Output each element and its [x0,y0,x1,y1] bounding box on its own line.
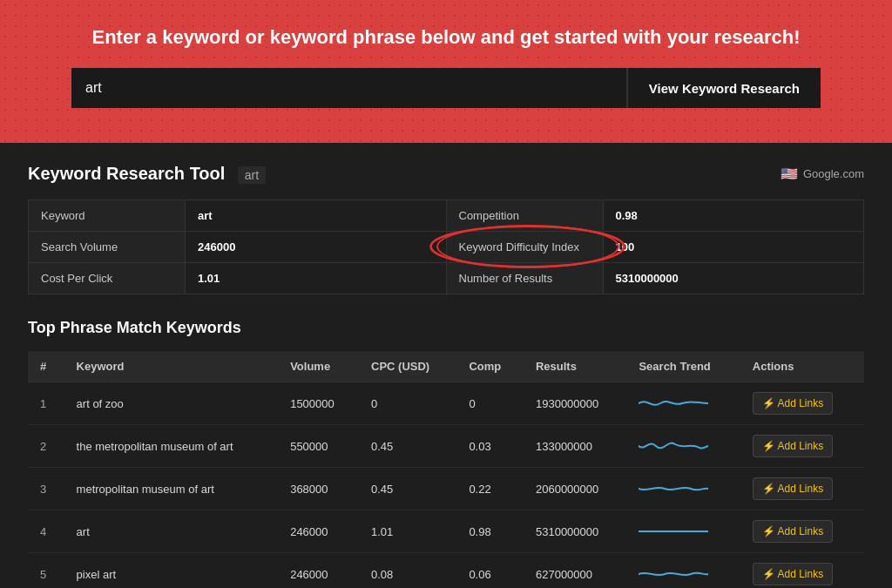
cell-cpc: 0.45 [359,468,456,510]
cell-action: ⚡ Add Links [740,553,864,589]
cell-keyword: pixel art [64,553,279,589]
results-value: 5310000000 [604,263,864,294]
col-header-comp: Comp [456,351,524,382]
competition-label: Competition [447,200,604,231]
col-header-results: Results [524,351,626,382]
cell-keyword: art [64,510,279,553]
volume-value: 246000 [186,232,446,262]
info-col-right: Competition 0.98 Keyword Difficulty Inde… [447,200,864,294]
cell-comp: 0.06 [456,553,524,589]
cell-volume: 368000 [278,468,359,510]
cell-trend [626,382,740,425]
table-row: 2 the metropolitan museum of art 550000 … [28,425,864,468]
cell-keyword: metropolitan museum of art [64,468,279,510]
search-button[interactable]: View Keyword Research [626,68,821,108]
cell-action: ⚡ Add Links [740,382,864,425]
col-header-keyword: Keyword [64,351,279,382]
cell-volume: 246000 [278,510,359,553]
cell-comp: 0 [456,382,524,425]
cell-trend [626,425,740,468]
cell-trend [626,468,740,510]
info-table: Keyword art Search Volume 246000 Cost Pe… [28,199,864,294]
cell-num: 2 [28,425,64,468]
cell-volume: 1500000 [278,382,359,425]
cell-keyword: art of zoo [64,382,279,425]
add-links-button[interactable]: ⚡ Add Links [753,392,833,415]
google-badge: 🇺🇸 Google.com [780,166,864,182]
volume-label: Search Volume [29,232,186,262]
cell-volume: 246000 [278,553,359,589]
cell-keyword: the metropolitan museum of art [64,425,279,468]
info-row-keyword: Keyword art [29,200,446,232]
kdi-highlight-circle [436,225,619,268]
col-header-cpc: CPC (USD) [359,351,456,382]
col-header-num: # [28,351,64,382]
cell-results: 133000000 [524,425,626,468]
flag-icon: 🇺🇸 [780,166,798,182]
add-links-button[interactable]: ⚡ Add Links [753,520,833,543]
cell-cpc: 0 [359,382,456,425]
kdi-label: Keyword Difficulty Index [447,232,604,262]
info-col-left: Keyword art Search Volume 246000 Cost Pe… [29,200,447,294]
table-row: 4 art 246000 1.01 0.98 5310000000 ⚡ Add … [28,510,864,553]
cell-comp: 0.03 [456,425,524,468]
results-label: Number of Results [447,263,604,294]
table-header-row: # Keyword Volume CPC (USD) Comp Results … [28,351,864,382]
cell-cpc: 1.01 [359,510,456,553]
tool-header: Keyword Research Tool art 🇺🇸 Google.com [28,164,864,184]
cell-results: 1930000000 [524,382,626,425]
section-title: Top Phrase Match Keywords [28,319,864,337]
google-label: Google.com [803,167,864,180]
add-links-button[interactable]: ⚡ Add Links [753,563,833,585]
add-links-button[interactable]: ⚡ Add Links [753,477,833,500]
cell-action: ⚡ Add Links [740,510,864,553]
kdi-value: 100 [604,232,864,262]
cell-action: ⚡ Add Links [740,468,864,510]
tool-title: Keyword Research Tool [28,164,225,183]
cell-num: 4 [28,510,64,553]
cell-num: 5 [28,553,64,589]
cpc-label: Cost Per Click [29,263,186,294]
hero-section: Enter a keyword or keyword phrase below … [0,0,892,143]
tool-title-area: Keyword Research Tool art [28,164,266,184]
cell-num: 1 [28,382,64,425]
tool-keyword-badge: art [238,166,266,184]
main-content: Keyword Research Tool art 🇺🇸 Google.com … [0,143,892,588]
info-row-cpc: Cost Per Click 1.01 [29,263,446,294]
cell-results: 5310000000 [524,510,626,553]
cell-results: 2060000000 [524,468,626,510]
search-bar: View Keyword Research [71,68,821,108]
hero-title: Enter a keyword or keyword phrase below … [17,26,875,49]
cell-num: 3 [28,468,64,510]
cpc-value: 1.01 [186,263,446,294]
cell-trend [626,553,740,589]
info-row-competition: Competition 0.98 [447,200,864,232]
cell-cpc: 0.45 [359,425,456,468]
table-row: 1 art of zoo 1500000 0 0 1930000000 ⚡ Ad… [28,382,864,425]
competition-value: 0.98 [604,200,864,231]
svg-point-0 [430,226,624,267]
col-header-trend: Search Trend [626,351,740,382]
cell-results: 627000000 [524,553,626,589]
table-row: 3 metropolitan museum of art 368000 0.45… [28,468,864,510]
cell-action: ⚡ Add Links [740,425,864,468]
keywords-table: # Keyword Volume CPC (USD) Comp Results … [28,351,864,588]
keyword-value: art [186,200,446,231]
info-row-kdi: Keyword Difficulty Index 100 [447,232,864,263]
search-input[interactable] [71,68,626,108]
cell-comp: 0.22 [456,468,524,510]
col-header-actions: Actions [740,351,864,382]
cell-comp: 0.98 [456,510,524,553]
info-row-results: Number of Results 5310000000 [447,263,864,294]
keyword-label: Keyword [29,200,186,231]
col-header-volume: Volume [278,351,359,382]
table-row: 5 pixel art 246000 0.08 0.06 627000000 ⚡… [28,553,864,589]
cell-volume: 550000 [278,425,359,468]
info-row-volume: Search Volume 246000 [29,232,446,263]
cell-cpc: 0.08 [359,553,456,589]
add-links-button[interactable]: ⚡ Add Links [753,435,833,457]
cell-trend [626,510,740,553]
